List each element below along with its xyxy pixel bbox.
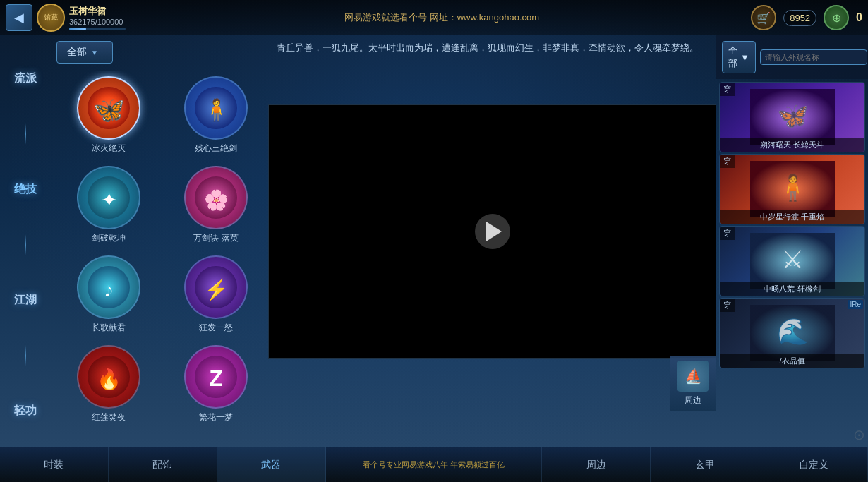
right-item-label-2: 穿	[720, 155, 735, 168]
exp-label: 362175/100000	[69, 18, 126, 26]
skill-name-6: 狂发一怒	[199, 322, 233, 334]
skill-item-1[interactable]: 🦋 冰火绝灭	[62, 76, 155, 155]
plus-currency-button[interactable]: ⊕	[824, 5, 849, 30]
svg-text:🌊: 🌊	[776, 316, 808, 347]
skill-item-2[interactable]: 🧍 残心三绝剑	[169, 76, 263, 155]
right-item-badge-4: IRe	[848, 300, 863, 309]
right-item-1[interactable]: 🦋 穿 朔河曙天·长鲸天斗	[719, 82, 865, 152]
right-filter-arrow: ▼	[740, 52, 749, 63]
skill-icon-inner-1: 🦋	[78, 78, 139, 138]
left-nav: 流派 绝技 江湖 轻功	[0, 35, 51, 454]
right-panel: 全部 ▼ ✕ 🦋 穿	[716, 35, 868, 447]
tab-zhoubi-label: 周边	[586, 459, 606, 471]
play-button[interactable]	[475, 214, 510, 249]
sidebar-item-liupai[interactable]: 流派	[11, 66, 40, 92]
skill-name-2: 残心三绝剑	[195, 143, 237, 155]
right-item-label-4: 穿	[720, 299, 735, 312]
right-filter-bar: 全部 ▼ ✕	[716, 35, 868, 79]
right-item-sublabel-3: 中旸八荒·轩橼剑	[720, 282, 864, 296]
skill-icon-2: 🧍	[184, 76, 248, 140]
skill-icon-4: 🌸	[184, 166, 248, 229]
right-item-sublabel-4: /衣品值	[720, 354, 864, 368]
right-item-label-1: 穿	[720, 83, 735, 96]
tab-zhoubi[interactable]: 周边	[542, 447, 651, 482]
skill-item-6[interactable]: ⚡ 狂发一怒	[169, 255, 263, 334]
tab-peishi-label: 配饰	[152, 459, 172, 471]
skill-name-8: 繁花一梦	[199, 411, 233, 423]
skill-icon-3: ✦	[77, 166, 140, 229]
nav-divider-3	[25, 345, 26, 366]
svg-text:🔥: 🔥	[97, 368, 121, 391]
svg-text:⚡: ⚡	[204, 278, 229, 301]
svg-text:🌸: 🌸	[204, 188, 229, 212]
tab-peishi[interactable]: 配饰	[109, 447, 217, 482]
skill-item-5[interactable]: ♪ 长歌献君	[62, 255, 155, 334]
avatar: 馆藏	[37, 4, 65, 32]
peripheral-label: 周边	[685, 394, 701, 406]
tab-center-label: 看个号专业网易游戏八年 年索易额过百亿	[363, 459, 505, 470]
currency-display: 8952	[783, 10, 816, 26]
right-item-label-3: 穿	[720, 227, 735, 240]
right-item-2[interactable]: 🧍 穿 中岁星行渡·千重焰	[719, 154, 865, 224]
peripheral-icon: ⛵	[677, 361, 709, 392]
tab-zidingyi-label: 自定义	[799, 459, 828, 471]
skill-icon-5: ♪	[77, 255, 140, 319]
back-button[interactable]: ◀	[6, 4, 32, 31]
right-item-4[interactable]: 🌊 穿 /衣品值 IRe	[719, 298, 865, 368]
skill-icon-8: Z	[184, 345, 248, 409]
peripheral-button[interactable]: ⛵ 周边	[670, 356, 716, 411]
tab-shizhuang[interactable]: 时装	[0, 447, 109, 482]
skills-grid: 🦋 冰火绝灭 🧍 残心三绝剑	[56, 71, 268, 447]
skill-item-7[interactable]: 🔥 红莲焚夜	[62, 345, 155, 423]
top-bar: ◀ 馆藏 玉树华裙 362175/100000 网易游戏就选看个号 网址：www…	[0, 0, 868, 35]
description-area: 青丘异兽，一狐九尾。太平时出而为瑞，遭逢乱离，狐现而幻生，非梦非真，牵情动欲，令…	[268, 35, 716, 106]
cart-icon-button[interactable]: 🛒	[751, 5, 776, 30]
skill-name-1: 冰火绝灭	[92, 143, 126, 155]
exp-fill	[69, 28, 86, 30]
right-filter-label: 全部	[728, 44, 737, 70]
svg-text:✦: ✦	[101, 189, 117, 211]
skill-name-4: 万剑诀 落英	[193, 232, 238, 244]
play-triangle-icon	[486, 222, 502, 241]
right-filter-dropdown[interactable]: 全部 ▼	[722, 41, 756, 73]
skill-filter-dropdown[interactable]: 全部 ▼	[56, 41, 113, 64]
tab-xuanjia[interactable]: 玄甲	[651, 447, 759, 482]
skill-icon-inner-7: 🔥	[78, 347, 139, 407]
nav-divider-1	[25, 123, 26, 145]
skill-icon-1: 🦋	[77, 76, 140, 140]
svg-text:🦋: 🦋	[776, 100, 808, 131]
top-right-area: 🛒 8952 ⊕ 0	[751, 5, 862, 30]
skill-name-7: 红莲焚夜	[92, 411, 126, 423]
user-info: 玉树华裙 362175/100000	[69, 5, 126, 30]
zero-value: 0	[856, 11, 862, 24]
skill-icon-inner-4: 🌸	[186, 167, 246, 228]
tab-wuqi[interactable]: 武器	[217, 447, 326, 482]
right-item-sublabel-1: 朔河曙天·长鲸天斗	[720, 138, 864, 152]
skill-icon-inner-8: Z	[186, 347, 246, 407]
tab-center: 看个号专业网易游戏八年 年索易额过百亿	[326, 447, 543, 482]
skill-icon-inner-5: ♪	[78, 257, 139, 318]
skill-icon-6: ⚡	[184, 255, 248, 319]
skill-item-3[interactable]: ✦ 剑破乾坤	[62, 166, 155, 244]
svg-text:♪: ♪	[104, 279, 114, 301]
skill-filter-arrow: ▼	[91, 49, 98, 56]
right-item-3[interactable]: ⚔ 穿 中旸八荒·轩橼剑	[719, 226, 865, 296]
svg-text:🦋: 🦋	[93, 95, 125, 125]
description-text: 青丘异兽，一狐九尾。太平时出而为瑞，遭逢乱离，狐现而幻生，非梦非真，牵情动欲，令…	[277, 42, 699, 53]
top-center-text: 网易游戏就选看个号 网址：www.kangohao.com	[137, 11, 747, 24]
skill-item-4[interactable]: 🌸 万剑诀 落英	[169, 166, 263, 244]
right-search-input[interactable]	[760, 49, 867, 65]
skill-filter-area: 全部 ▼	[56, 41, 113, 64]
tab-zidingyi[interactable]: 自定义	[759, 447, 868, 482]
sidebar-item-qinggong[interactable]: 轻功	[11, 398, 40, 424]
skill-icon-inner-2: 🧍	[186, 78, 246, 138]
sidebar-item-jianghu[interactable]: 江湖	[11, 287, 40, 313]
scroll-indicator: ⊙	[853, 426, 865, 443]
skill-item-8[interactable]: Z 繁花一梦	[169, 345, 263, 423]
sidebar-item-juji[interactable]: 绝技	[11, 176, 40, 203]
tab-wuqi-label: 武器	[261, 459, 281, 471]
svg-text:🧍: 🧍	[776, 172, 808, 203]
svg-text:🧍: 🧍	[203, 97, 230, 123]
tab-shizhuang-label: 时装	[44, 459, 64, 471]
skill-icon-7: 🔥	[77, 345, 140, 409]
